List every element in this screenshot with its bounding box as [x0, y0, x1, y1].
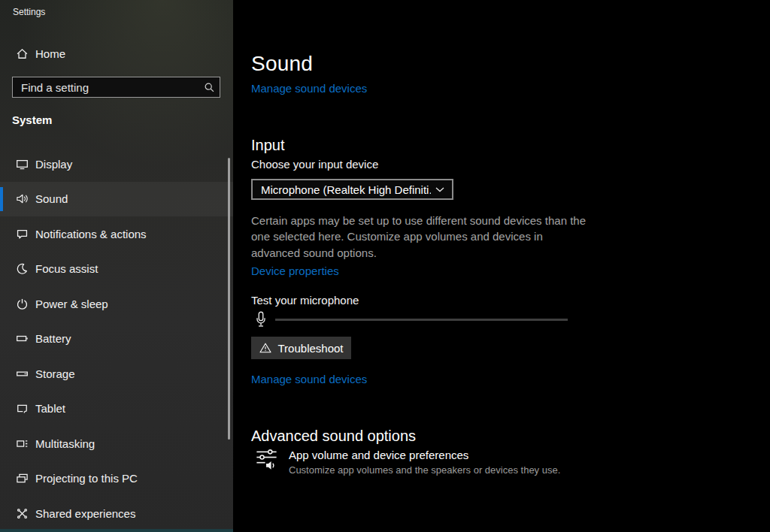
microphone-level-meter	[251, 310, 568, 329]
input-device-value: Microphone (Realtek High Definiti...	[261, 183, 431, 196]
search-input[interactable]	[13, 77, 199, 97]
sidebar-item-focus-assist[interactable]: Focus assist	[0, 252, 233, 287]
sidebar-section-system: System	[12, 113, 52, 126]
warning-icon	[259, 343, 271, 353]
advanced-section-heading: Advanced sound options	[251, 428, 416, 445]
sidebar-item-shared-experiences[interactable]: Shared experiences	[0, 496, 233, 531]
sidebar-item-notifications[interactable]: Notifications & actions	[0, 216, 233, 252]
search-icon[interactable]	[199, 82, 220, 93]
display-icon	[16, 158, 29, 171]
app-volume-subtitle: Customize app volumes and the speakers o…	[289, 464, 560, 476]
sound-icon	[16, 192, 29, 205]
focus-assist-icon	[16, 262, 29, 275]
sidebar-item-sound[interactable]: Sound	[0, 182, 233, 217]
home-label: Home	[35, 47, 65, 60]
search-box[interactable]	[12, 77, 220, 98]
input-description: Certain apps may be set up to use differ…	[251, 213, 593, 261]
home-icon	[16, 47, 29, 60]
app-volume-icon	[255, 448, 278, 472]
app-volume-title: App volume and device preferences	[289, 449, 560, 461]
settings-window: Settings Home System Display	[0, 0, 770, 532]
app-volume-text: App volume and device preferences Custom…	[289, 448, 560, 476]
device-properties-link[interactable]: Device properties	[251, 264, 339, 277]
troubleshoot-label: Troubleshoot	[278, 342, 344, 355]
shared-experiences-icon	[16, 507, 29, 520]
microphone-icon	[255, 311, 267, 328]
page-title: Sound	[251, 52, 313, 76]
sidebar-item-display[interactable]: Display	[0, 147, 233, 182]
choose-input-device-label: Choose your input device	[251, 158, 378, 171]
background-window-strip	[0, 529, 233, 532]
tablet-icon	[16, 402, 29, 415]
sidebar-scrollbar[interactable]	[228, 158, 230, 440]
multitasking-icon	[16, 437, 29, 450]
storage-icon	[16, 367, 29, 380]
app-title: Settings	[13, 7, 45, 17]
app-volume-preferences-item[interactable]: App volume and device preferences Custom…	[251, 448, 560, 476]
mic-level-track	[275, 319, 568, 321]
sidebar-item-multitasking[interactable]: Multitasking	[0, 426, 233, 461]
projecting-icon	[16, 472, 29, 485]
sidebar-item-storage[interactable]: Storage	[0, 356, 233, 391]
manage-sound-devices-link-bottom[interactable]: Manage sound devices	[251, 373, 367, 385]
input-device-dropdown[interactable]: Microphone (Realtek High Definiti...	[251, 179, 453, 200]
sidebar-nav: Display Sound Notifications & actions Fo…	[0, 147, 233, 531]
sidebar-item-home[interactable]: Home	[0, 42, 233, 65]
main-content: Sound Manage sound devices Input Choose …	[233, 0, 770, 532]
manage-sound-devices-link-top[interactable]: Manage sound devices	[251, 82, 367, 95]
sidebar-item-power-sleep[interactable]: Power & sleep	[0, 286, 233, 322]
chevron-down-icon	[435, 187, 444, 192]
troubleshoot-button[interactable]: Troubleshoot	[251, 337, 351, 359]
power-icon	[16, 298, 29, 310]
sidebar: Settings Home System Display	[0, 0, 233, 532]
sidebar-item-projecting[interactable]: Projecting to this PC	[0, 461, 233, 497]
notifications-icon	[16, 228, 29, 240]
sidebar-item-tablet[interactable]: Tablet	[0, 391, 233, 427]
battery-icon	[16, 332, 29, 345]
test-microphone-label: Test your microphone	[251, 294, 359, 307]
input-section-heading: Input	[251, 137, 284, 154]
sidebar-item-battery[interactable]: Battery	[0, 322, 233, 357]
